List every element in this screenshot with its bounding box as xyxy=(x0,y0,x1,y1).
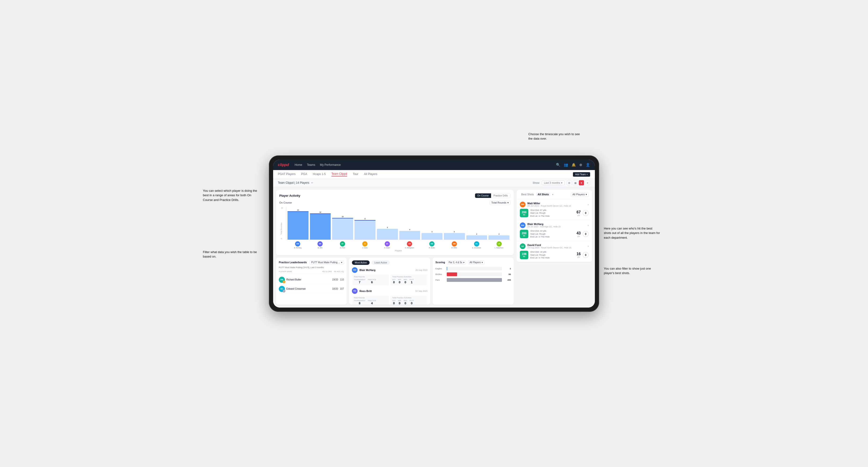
shot-metric-zero: 0 xyxy=(583,252,589,258)
avatar-group: EEE. Ebert xyxy=(377,241,398,249)
player-activity-header: Player Activity On Course Practice Drill… xyxy=(279,193,510,198)
practice-row: EC2Edward Crossman18/20107 xyxy=(279,284,344,294)
bell-icon[interactable]: 🔔 xyxy=(571,163,576,167)
add-team-button[interactable]: Add Team + xyxy=(573,172,590,177)
scoring-count: 96 xyxy=(504,273,511,276)
shot-player-avatar: DF xyxy=(520,243,526,249)
shot-badge: 200SG xyxy=(520,230,528,238)
rank-badge: 1 xyxy=(283,280,285,283)
avatar-group: LRL. Robertson xyxy=(489,241,509,249)
most-active-tab[interactable]: Most Active xyxy=(352,260,370,265)
left-column: Player Activity On Course Practice Drill… xyxy=(276,190,514,305)
chart-metric-dropdown[interactable]: Total Rounds ▾ xyxy=(490,200,510,205)
bar-6[interactable] xyxy=(422,233,442,240)
tab-all-players[interactable]: All Players xyxy=(364,173,377,176)
tab-team-clippd[interactable]: Team Clippd xyxy=(331,172,347,177)
scoring-par-filter[interactable]: Par 3, 4 & 5s ▾ xyxy=(447,260,466,264)
best-shots-card: Best Shots All Shots ▾ All Players ▾ MMM… xyxy=(517,190,592,262)
users-icon[interactable]: 👥 xyxy=(564,163,568,167)
practice-player-name: Richard Butler xyxy=(286,278,301,281)
search-icon[interactable]: 🔍 xyxy=(556,163,560,167)
practice-player-score: 18/20 xyxy=(332,287,338,290)
avatar-group: MMM. Miller xyxy=(444,241,465,249)
shot-player-row: MMMatt Miller09 Jun 2023 · Royal North D… xyxy=(520,201,589,207)
scoring-player-filter[interactable]: All Players ▾ xyxy=(468,260,485,264)
shot-item-1[interactable]: BMBlair McHarg23 Jul 2023 · Ashridge GC,… xyxy=(517,220,592,241)
x-axis-label: Players xyxy=(286,250,510,252)
player-avatar-8: EC xyxy=(474,241,479,247)
edit-icon[interactable]: ✏ xyxy=(311,181,313,184)
practice-subtitle: PUTT Must Make Putting (3-6 ft), Last 3 … xyxy=(279,266,344,269)
bar-2[interactable] xyxy=(332,218,353,240)
practice-player-score: 19/20 xyxy=(332,278,338,281)
tab-pga[interactable]: PGA xyxy=(301,173,307,176)
team-header: Team Clippd | 14 Players ✏ Show: Last 3 … xyxy=(273,179,595,187)
shot-player-row: BMBlair McHarg23 Jul 2023 · Ashridge GC,… xyxy=(520,222,589,228)
shot-player-detail: 24 Aug 2023 · Royal North Devon GC, Hole… xyxy=(527,247,586,249)
practice-filter-dropdown[interactable]: PUTT Must Make Putting ... ▾ xyxy=(309,260,344,264)
add-icon[interactable]: ⊕ xyxy=(579,163,582,167)
shot-player-avatar: BM xyxy=(520,222,526,228)
practice-drills-toggle[interactable]: Practice Drills xyxy=(491,193,510,198)
bar-0[interactable] xyxy=(287,211,309,240)
shot-metric-zero: 0 xyxy=(583,210,589,216)
player-avatar-6: RB xyxy=(429,241,434,247)
nav-home[interactable]: Home xyxy=(294,163,302,166)
best-shots-header: Best Shots All Shots ▾ All Players ▾ xyxy=(517,190,592,199)
bar-3[interactable] xyxy=(354,220,375,240)
on-course-toggle[interactable]: On Course xyxy=(475,193,491,198)
rank-badge: 2 xyxy=(283,290,285,292)
bar-8[interactable] xyxy=(466,236,487,240)
view-tile-icon[interactable]: ▦ xyxy=(573,180,578,185)
player-avatar-2: DF xyxy=(340,241,345,247)
practice-title: Practice Leaderboards xyxy=(279,261,307,264)
bar-4[interactable] xyxy=(377,229,398,240)
show-label: Show: xyxy=(533,181,540,184)
bar-1[interactable] xyxy=(310,214,331,240)
shot-player-detail: 09 Jun 2023 · Royal North Devon GC, Hole… xyxy=(527,205,586,207)
bar-7[interactable] xyxy=(444,233,465,240)
app-logo: clippd xyxy=(278,163,289,167)
player-label-3: J. Coles xyxy=(362,247,368,249)
shots-player-filter[interactable]: All Players ▾ xyxy=(571,192,589,197)
bar-9[interactable] xyxy=(489,236,509,240)
view-heart-icon[interactable]: ♥ xyxy=(579,180,584,185)
bar-5[interactable] xyxy=(399,231,420,240)
bar-group: 3 xyxy=(444,231,465,240)
active-stats-grid: Total Rounds Tournament 7 Practice 6 Tot… xyxy=(352,274,427,285)
rank-avatar: RB1 xyxy=(279,277,285,283)
show-dropdown[interactable]: Last 3 months ▾ xyxy=(542,181,565,185)
top-nav: clippd Home Teams My Performance 🔍 👥 🔔 ⊕… xyxy=(273,160,595,170)
player-avatar-9: LR xyxy=(497,241,502,247)
practice-player-name: Edward Crossman xyxy=(286,287,306,290)
tab-tour[interactable]: Tour xyxy=(353,173,358,176)
tab-hcaps[interactable]: Hcaps 1-5 xyxy=(313,173,326,176)
annotation-timescale: Choose the timescale you wish to see the… xyxy=(528,132,580,141)
all-shots-tab[interactable]: All Shots xyxy=(536,192,550,196)
main-content: Player Activity On Course Practice Drill… xyxy=(273,187,595,308)
shot-player-detail: 23 Jul 2023 · Ashridge GC, Hole 15 xyxy=(527,225,586,228)
view-list-icon[interactable]: ≡ xyxy=(585,180,590,185)
bar-group: 2 xyxy=(489,233,509,240)
scoring-bar-container xyxy=(447,267,502,271)
player-label-6: R. Butler xyxy=(429,247,435,249)
view-grid-icon[interactable]: ⊞ xyxy=(566,180,572,185)
nav-teams[interactable]: Teams xyxy=(307,163,315,166)
active-player-date: 02 Sep 2023 xyxy=(415,290,427,292)
nav-my-performance[interactable]: My Performance xyxy=(320,163,341,166)
active-player-name: Blair McHarg xyxy=(360,269,375,272)
chevron-right-icon: › xyxy=(588,224,589,227)
shot-metric-distance: 16yds xyxy=(577,252,581,258)
annotation-filter: Filter what data you wish the table to b… xyxy=(203,250,262,259)
user-avatar-icon[interactable]: 👤 xyxy=(586,163,590,167)
bar-group: 12 xyxy=(310,211,331,240)
scoring-label: Birdies xyxy=(435,273,445,276)
shot-item-0[interactable]: MMMatt Miller09 Jun 2023 · Royal North D… xyxy=(517,199,592,220)
shot-item-2[interactable]: DFDavid Ford24 Aug 2023 · Royal North De… xyxy=(517,241,592,262)
scoring-label: Eagles xyxy=(435,268,445,270)
least-active-tab[interactable]: Least Active xyxy=(371,260,390,265)
best-shots-tab[interactable]: Best Shots xyxy=(520,192,535,196)
scoring-bar xyxy=(447,278,502,282)
tab-pgat-players[interactable]: PGAT Players xyxy=(278,173,296,176)
active-players-list: BM Blair McHarg 26 Aug 2023 Total Rounds… xyxy=(352,267,427,305)
